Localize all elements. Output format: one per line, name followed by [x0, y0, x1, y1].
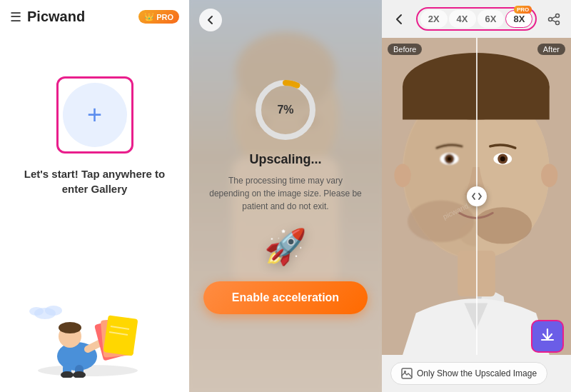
before-label: Before: [388, 44, 422, 55]
svg-point-3: [59, 322, 81, 333]
scale-option-6x[interactable]: 6X: [477, 10, 505, 28]
illustration: [0, 278, 189, 378]
plus-icon: +: [87, 102, 102, 128]
svg-point-24: [549, 17, 552, 21]
svg-line-27: [552, 20, 555, 22]
home-illustration: [24, 278, 166, 378]
pro-label: PRO: [156, 13, 173, 21]
add-button-border: +: [56, 76, 133, 154]
scale-option-8x[interactable]: PRO 8X: [505, 10, 532, 28]
only-show-upscaled-button[interactable]: Only Show the Upscaled Image: [390, 362, 547, 385]
svg-point-44: [541, 164, 557, 187]
panel-upscaling: 7% Upscaling... The processing time may …: [189, 0, 382, 392]
pro-mini-badge: PRO: [514, 6, 532, 14]
only-upscaled-label: Only Show the Upscaled Image: [417, 368, 537, 378]
svg-rect-10: [103, 315, 138, 356]
upscaling-description: The processing time may vary depending o…: [189, 174, 382, 213]
svg-point-43: [394, 164, 410, 187]
app-title: Picwand: [27, 9, 133, 25]
svg-point-42: [473, 207, 532, 243]
pro-badge[interactable]: 👑 PRO: [138, 10, 179, 24]
back-arrow-icon: [205, 14, 216, 26]
comparison-area[interactable]: picwand.com Before After: [382, 38, 571, 355]
svg-point-41: [500, 156, 505, 161]
scale-option-4x[interactable]: 4X: [449, 10, 476, 28]
back-button-result[interactable]: [390, 9, 408, 29]
comparison-handle[interactable]: [467, 186, 487, 206]
progress-ring: 7%: [253, 78, 318, 142]
after-label: After: [537, 44, 565, 55]
svg-point-25: [556, 21, 560, 24]
back-arrow-icon-result: [393, 13, 405, 26]
drag-handle-icon: [471, 191, 482, 202]
image-icon: [401, 368, 413, 379]
svg-line-26: [552, 16, 555, 19]
gallery-prompt[interactable]: Let's start! Tap anywhere to enter Galle…: [0, 166, 189, 196]
svg-point-50: [404, 371, 406, 373]
panel-home: ☰ Picwand 👑 PRO + Let's start! Tap anywh…: [0, 0, 189, 392]
upscaling-content: 7% Upscaling... The processing time may …: [189, 0, 382, 392]
menu-icon[interactable]: ☰: [10, 9, 21, 25]
progress-percent: 7%: [277, 104, 293, 116]
panel-result: 2X 4X 6X PRO 8X: [382, 0, 571, 392]
svg-point-14: [45, 306, 62, 316]
download-icon: [540, 327, 555, 346]
download-button[interactable]: [531, 320, 564, 353]
share-button[interactable]: [545, 9, 562, 29]
crown-icon: 👑: [144, 12, 154, 21]
svg-point-35: [447, 156, 452, 161]
result-footer: Only Show the Upscaled Image: [382, 355, 571, 392]
rocket-icon: 🚀: [264, 227, 307, 267]
app-header: ☰ Picwand 👑 PRO: [0, 0, 189, 34]
enable-acceleration-button[interactable]: Enable acceleration: [203, 281, 368, 314]
add-image-button[interactable]: +: [63, 83, 127, 147]
share-icon: [547, 13, 560, 26]
upscaling-label: Upscaling...: [249, 152, 321, 167]
svg-point-23: [556, 14, 560, 17]
back-button[interactable]: [199, 9, 222, 31]
download-arrow-icon: [540, 327, 555, 343]
result-header: 2X 4X 6X PRO 8X: [382, 0, 571, 38]
scale-option-2x[interactable]: 2X: [420, 10, 448, 28]
scale-options-container: 2X 4X 6X PRO 8X: [416, 7, 537, 31]
svg-point-15: [29, 307, 44, 316]
